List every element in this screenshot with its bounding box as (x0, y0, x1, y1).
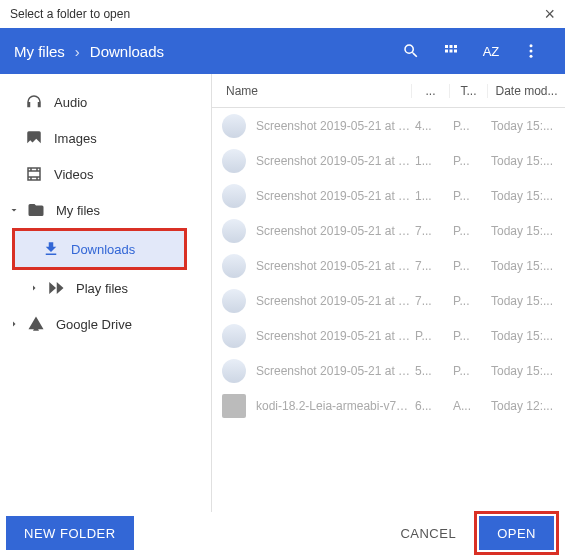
file-icon (222, 394, 246, 418)
file-row[interactable]: Screenshot 2019-05-21 at 15.0...7...P...… (212, 248, 565, 283)
header-bar: My files › Downloads AZ (0, 28, 565, 74)
file-row[interactable]: Screenshot 2019-05-21 at 15.0...7...P...… (212, 283, 565, 318)
file-type: P... (449, 259, 487, 273)
headphones-icon (22, 93, 46, 111)
col-name[interactable]: Name (212, 84, 411, 98)
file-name: Screenshot 2019-05-21 at 15.1... (256, 189, 411, 203)
file-date: Today 15:... (487, 224, 565, 238)
file-type: P... (449, 224, 487, 238)
file-name: Screenshot 2019-05-21 at 12.3... (256, 364, 411, 378)
file-row[interactable]: Screenshot 2019-05-21 at 12.3...5...P...… (212, 353, 565, 388)
highlight-annotation: OPEN (474, 511, 559, 555)
sidebar-item-images[interactable]: Images (0, 120, 211, 156)
file-row[interactable]: kodi-18.2-Leia-armeabi-v7a.apk6...A...To… (212, 388, 565, 423)
col-size[interactable]: ... (411, 84, 449, 98)
svg-point-2 (530, 55, 533, 58)
file-size: 4... (411, 119, 449, 133)
col-type[interactable]: T... (449, 84, 487, 98)
chevron-right-icon: › (75, 43, 80, 60)
breadcrumb-root[interactable]: My files (14, 43, 65, 60)
file-date: Today 15:... (487, 189, 565, 203)
cancel-button[interactable]: CANCEL (382, 516, 474, 550)
chevron-down-icon[interactable] (4, 204, 24, 216)
file-date: Today 15:... (487, 154, 565, 168)
sort-label: AZ (483, 44, 500, 59)
thumbnail-icon (222, 289, 246, 313)
new-folder-button[interactable]: NEW FOLDER (6, 516, 134, 550)
sidebar-item-gdrive[interactable]: Google Drive (0, 306, 211, 342)
image-icon (22, 129, 46, 147)
breadcrumb-current[interactable]: Downloads (90, 43, 164, 60)
footer: NEW FOLDER CANCEL OPEN (6, 512, 559, 554)
svg-point-1 (530, 50, 533, 53)
chevron-right-icon[interactable] (4, 318, 24, 330)
file-type: P... (449, 154, 487, 168)
file-row[interactable]: Screenshot 2019-05-21 at 15.2...4...P...… (212, 108, 565, 143)
folder-icon (24, 201, 48, 219)
sidebar-item-label: Play files (76, 281, 128, 296)
sort-button[interactable]: AZ (471, 44, 511, 59)
file-date: Today 15:... (487, 119, 565, 133)
thumbnail-icon (222, 219, 246, 243)
play-icon (44, 279, 68, 297)
file-type: P... (449, 294, 487, 308)
thumbnail-icon (222, 324, 246, 348)
sidebar: Audio Images Videos My files Downloads P… (0, 74, 212, 512)
more-menu-icon[interactable] (511, 42, 551, 60)
column-headers: Name ... T... Date mod... (212, 74, 565, 108)
col-date[interactable]: Date mod... (487, 84, 565, 98)
thumbnail-icon (222, 114, 246, 138)
sidebar-item-label: Videos (54, 167, 94, 182)
file-size: 5... (411, 364, 449, 378)
highlight-annotation: Downloads (12, 228, 187, 270)
file-list: Name ... T... Date mod... Screenshot 201… (212, 74, 565, 512)
sidebar-item-downloads[interactable]: Downloads (15, 231, 184, 267)
file-row[interactable]: Screenshot 2019-05-21 at 15.1...1...P...… (212, 143, 565, 178)
file-size: P... (411, 329, 449, 343)
close-icon[interactable]: × (544, 4, 555, 25)
chevron-right-icon[interactable] (24, 282, 44, 294)
thumbnail-icon (222, 254, 246, 278)
file-name: Screenshot 2019-05-21 at 15.2... (256, 119, 411, 133)
file-type: P... (449, 329, 487, 343)
file-date: Today 15:... (487, 259, 565, 273)
file-type: P... (449, 189, 487, 203)
file-row[interactable]: Screenshot 2019-05-21 at 15.0...7...P...… (212, 213, 565, 248)
open-button[interactable]: OPEN (479, 516, 554, 550)
drive-icon (24, 315, 48, 333)
dialog-title: Select a folder to open (10, 7, 130, 21)
download-icon (39, 240, 63, 258)
thumbnail-icon (222, 359, 246, 383)
file-type: P... (449, 119, 487, 133)
file-size: 6... (411, 399, 449, 413)
sidebar-item-myfiles[interactable]: My files (0, 192, 211, 228)
sidebar-item-videos[interactable]: Videos (0, 156, 211, 192)
file-size: 7... (411, 294, 449, 308)
file-name: kodi-18.2-Leia-armeabi-v7a.apk (256, 399, 411, 413)
sidebar-item-playfiles[interactable]: Play files (0, 270, 211, 306)
file-name: Screenshot 2019-05-21 at 15.0... (256, 224, 411, 238)
sidebar-item-audio[interactable]: Audio (0, 84, 211, 120)
file-size: 7... (411, 224, 449, 238)
file-name: Screenshot 2019-05-21 at 15.1... (256, 154, 411, 168)
view-grid-icon[interactable] (431, 42, 471, 60)
thumbnail-icon (222, 149, 246, 173)
file-date: Today 12:... (487, 399, 565, 413)
sidebar-item-label: Audio (54, 95, 87, 110)
breadcrumb[interactable]: My files › Downloads (14, 43, 164, 60)
search-icon[interactable] (391, 42, 431, 60)
file-size: 1... (411, 154, 449, 168)
sidebar-item-label: Downloads (71, 242, 135, 257)
file-size: 7... (411, 259, 449, 273)
file-name: Screenshot 2019-05-21 at 15.0... (256, 329, 411, 343)
file-date: Today 15:... (487, 294, 565, 308)
file-name: Screenshot 2019-05-21 at 15.0... (256, 259, 411, 273)
file-type: P... (449, 364, 487, 378)
file-row[interactable]: Screenshot 2019-05-21 at 15.0...P...P...… (212, 318, 565, 353)
svg-point-0 (530, 44, 533, 47)
video-icon (22, 165, 46, 183)
sidebar-item-label: Google Drive (56, 317, 132, 332)
file-row[interactable]: Screenshot 2019-05-21 at 15.1...1...P...… (212, 178, 565, 213)
file-size: 1... (411, 189, 449, 203)
sidebar-item-label: My files (56, 203, 100, 218)
